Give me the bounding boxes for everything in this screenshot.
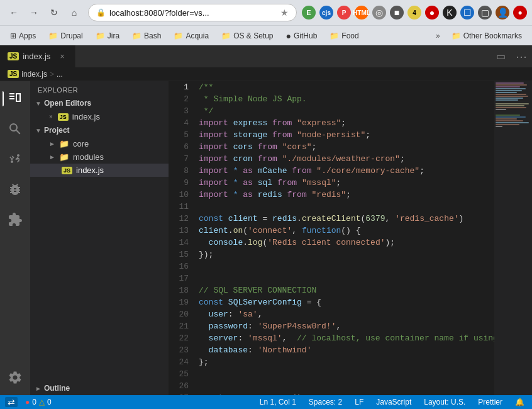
tab-close-button[interactable]: × [57, 52, 67, 62]
code-line: * Simple Node JS App. [194, 93, 494, 105]
code-line [194, 380, 494, 392]
bookmark-food[interactable]: 📁 Food [324, 30, 363, 42]
project-header[interactable]: ▼ Project [30, 123, 169, 137]
mm-line [496, 120, 523, 121]
reload-button[interactable]: ↻ [45, 4, 63, 21]
extension-icon-1[interactable]: E [302, 6, 316, 20]
line-number: 13 [179, 225, 189, 237]
bookmark-acquia[interactable]: 📁 Acquia [169, 30, 214, 42]
folder-core[interactable]: ► 📁 core [30, 137, 169, 150]
more-bookmarks-button[interactable]: » [432, 30, 444, 42]
activity-search[interactable] [3, 116, 28, 142]
extension-icon-8[interactable]: ● [425, 6, 439, 20]
profile-icon[interactable]: 👤 [496, 6, 509, 20]
extension-icon-3[interactable]: P [337, 6, 351, 20]
code-line: password: 'SuperP4ssw0rd!', [194, 320, 494, 332]
core-folder-icon: 📁 [59, 139, 69, 148]
code-content[interactable]: /** * Simple Node JS App. */import expre… [194, 81, 494, 395]
language-mode[interactable]: JavaScript [374, 398, 414, 406]
mm-line [496, 88, 526, 89]
minimap-content [494, 81, 532, 395]
line-number: 17 [179, 272, 189, 284]
remote-indicator[interactable]: ⇄ [5, 397, 18, 407]
bookmark-github[interactable]: ● GitHub [281, 29, 323, 43]
line-numbers: 1234567891011121314151617181920212223242… [169, 81, 194, 395]
cursor-position[interactable]: Ln 1, Col 1 [257, 398, 299, 406]
project-arrow: ▼ [35, 127, 42, 134]
file-index-js[interactable]: JS index.js [30, 164, 169, 177]
editor-tab-index-js[interactable]: JS index.js × [0, 45, 75, 67]
extension-icon-2[interactable]: cjs [319, 6, 333, 20]
line-number: 3 [184, 105, 189, 117]
editor-actions-button[interactable]: ⋯ [511, 45, 532, 67]
keyboard-layout[interactable]: Layout: U.S. [421, 398, 468, 406]
code-line: import express from "express"; [194, 117, 494, 129]
other-bookmarks[interactable]: 📁 Other Bookmarks [446, 30, 527, 42]
outline-section[interactable]: ► Outline [30, 381, 169, 395]
js-icon-sidebar: JS [62, 167, 72, 174]
mm-line [496, 116, 526, 118]
mm-line [496, 99, 518, 101]
open-file-index-js[interactable]: × JS index.js [30, 110, 169, 123]
warning-icon: △ [39, 398, 45, 406]
line-number: 20 [179, 308, 189, 320]
open-editors-arrow: ▼ [35, 100, 42, 107]
notification-bell[interactable]: 🔔 [513, 398, 527, 406]
prettier-indicator[interactable]: Prettier [475, 398, 505, 406]
extension-icon-4[interactable]: HTML [355, 6, 369, 20]
sidebar-title: Explorer [30, 81, 169, 96]
core-folder-arrow: ► [49, 140, 55, 147]
extension-icon-7[interactable]: 4 [407, 6, 421, 20]
bookmark-os-setup[interactable]: 📁 OS & Setup [216, 30, 278, 42]
error-count[interactable]: ● 0 △ 0 [23, 398, 54, 406]
bookmark-apps[interactable]: ⊞ Apps [5, 30, 41, 42]
activity-source-control[interactable] [3, 147, 28, 172]
extension-icon-10[interactable]: ☐ [460, 6, 474, 20]
modules-folder-name: modules [73, 152, 104, 162]
nav-bar: ← → ↻ ⌂ 🔒 localhost:8080/?folder=vs... ★… [0, 0, 532, 25]
close-file-icon[interactable]: × [49, 113, 53, 120]
extension-icon-5[interactable]: ◎ [372, 6, 386, 20]
back-button[interactable]: ← [5, 4, 23, 21]
code-line: import cron from "./modules/weather-cron… [194, 153, 494, 165]
notification-icon[interactable]: ● [513, 6, 527, 20]
activity-explorer[interactable] [3, 86, 28, 111]
bookmark-bash[interactable]: 📁 Bash [127, 30, 166, 42]
activity-settings[interactable] [3, 365, 28, 390]
breadcrumb-separator: > [50, 70, 54, 79]
extension-icon-6[interactable]: ■ [390, 6, 404, 20]
home-button[interactable]: ⌂ [65, 4, 83, 21]
line-ending[interactable]: LF [352, 398, 366, 406]
editor-main[interactable]: 1234567891011121314151617181920212223242… [169, 81, 494, 395]
open-editors-header[interactable]: ▼ Open Editors [30, 96, 169, 110]
modules-folder-arrow: ► [49, 154, 55, 160]
activity-debug[interactable] [3, 177, 28, 202]
breadcrumb-rest[interactable]: ... [57, 70, 63, 79]
mm-line [496, 109, 506, 110]
split-editor-button[interactable]: ▭ [491, 45, 511, 67]
code-line: import * as redis from "redis"; [194, 189, 494, 201]
breadcrumb-filename[interactable]: index.js [21, 70, 47, 79]
search-icon [8, 121, 23, 137]
project-label: Project [44, 126, 70, 135]
bookmark-jira[interactable]: 📁 Jira [91, 30, 125, 42]
nav-buttons: ← → ↻ ⌂ [5, 4, 83, 21]
code-line: const SQLServerConfig = { [194, 296, 494, 308]
mm-line [496, 122, 529, 123]
extension-icon-9[interactable]: K [443, 6, 457, 20]
folder-modules[interactable]: ► 📁 modules [30, 150, 169, 164]
bookmark-acquia-label: Acquia [186, 31, 209, 40]
address-bar[interactable]: 🔒 localhost:8080/?folder=vs... ★ [88, 4, 297, 21]
star-icon[interactable]: ★ [280, 8, 289, 18]
forward-button[interactable]: → [25, 4, 43, 21]
activity-extensions[interactable] [3, 207, 28, 232]
code-line [194, 201, 494, 213]
spaces-indicator[interactable]: Spaces: 2 [306, 398, 345, 406]
code-line: }); [194, 249, 494, 261]
open-editors-section: ▼ Open Editors × JS index.js [30, 96, 169, 123]
warning-count-value: 0 [47, 398, 52, 406]
extension-icon-11[interactable]: ▢ [478, 6, 492, 20]
sidebar: Explorer ▼ Open Editors × JS index.js ▼ … [30, 81, 169, 395]
source-control-icon [8, 152, 23, 167]
bookmark-drupal[interactable]: 📁 Drupal [43, 30, 87, 42]
